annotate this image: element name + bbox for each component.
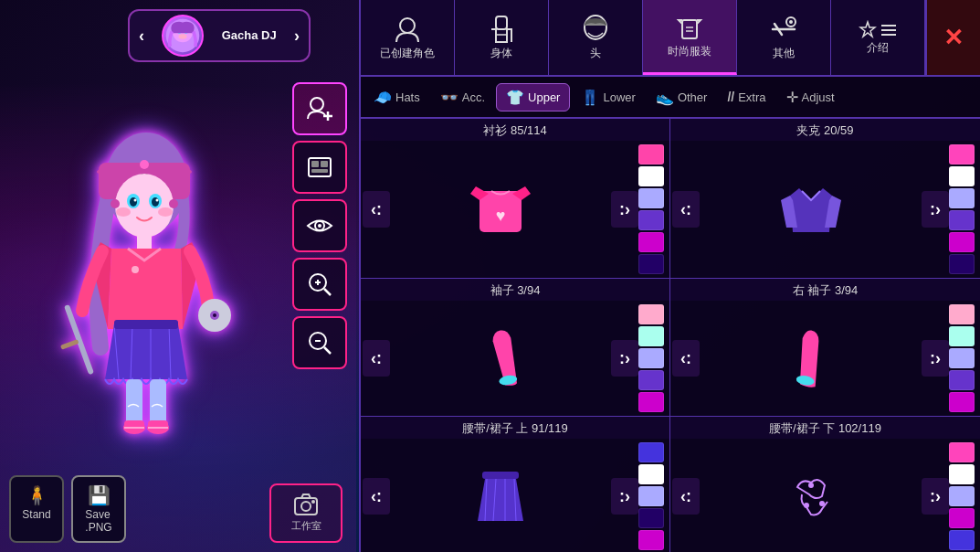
tab-created-character[interactable]: 已创建角色 [361,0,455,75]
pants-icon: 👖 [581,89,599,106]
sub-tab-acc[interactable]: 👓 Acc. [431,84,494,111]
color-swatch[interactable] [949,348,975,368]
color-swatch[interactable] [638,166,664,186]
prev-character-button[interactable]: ‹ [139,27,144,44]
color-swatch[interactable] [638,210,664,230]
color-swatch[interactable] [638,326,664,346]
gallery-button[interactable] [292,141,347,194]
prev-item-belt-lower[interactable]: ‹: [672,478,700,515]
color-swatches-shirt [638,144,668,274]
item-header-jacket: 夹克 20/59 [670,119,980,141]
color-swatch[interactable] [949,530,975,550]
color-swatch[interactable] [949,508,975,528]
shoe-icon: 👟 [656,89,674,106]
next-item-shirt[interactable]: :› [611,191,638,228]
color-swatch[interactable] [638,370,664,390]
color-swatch[interactable] [638,530,664,550]
color-swatch[interactable] [949,188,975,208]
character-avatar [162,15,204,57]
color-swatch[interactable] [949,442,975,462]
item-display-shirt: ♥ [390,173,611,246]
sub-tab-hats[interactable]: 🧢 Hats [364,84,429,111]
sub-tab-upper[interactable]: 👕 Upper [496,83,570,111]
color-swatch[interactable] [638,392,664,412]
color-swatch[interactable] [638,442,664,462]
item-display-sleeve-l [390,322,611,395]
svg-point-67 [789,20,793,24]
close-button[interactable]: ✕ [925,0,980,75]
sub-category-tabs: 🧢 Hats 👓 Acc. 👕 Upper 👖 Lower 👟 Other //… [361,77,980,119]
color-swatch[interactable] [949,464,975,484]
color-swatch[interactable] [638,464,664,484]
zoom-out-button[interactable] [292,316,347,369]
color-swatch[interactable] [949,166,975,186]
color-swatch[interactable] [949,326,975,346]
color-swatch[interactable] [638,144,664,165]
visibility-button[interactable] [292,199,347,252]
svg-point-11 [115,174,174,238]
hats-label: Hats [395,90,420,104]
item-header-belt-upper: 腰带/裙子 上 91/119 [361,417,669,439]
next-item-jacket[interactable]: :› [922,191,949,228]
next-item-sleeve-l[interactable]: :› [611,340,638,377]
color-swatch[interactable] [949,486,975,506]
sub-tab-lower[interactable]: 👖 Lower [572,84,644,111]
workroom-label: 工作室 [291,519,321,533]
svg-rect-43 [321,161,328,167]
tab-other[interactable]: 其他 [737,0,831,75]
prev-item-jacket[interactable]: ‹: [672,191,700,228]
sub-tab-other[interactable]: 👟 Other [647,84,717,111]
color-swatch[interactable] [638,188,664,208]
color-swatch[interactable] [638,486,664,506]
next-item-belt-upper[interactable]: :› [611,478,638,515]
svg-point-8 [140,160,149,169]
tab-body[interactable]: 身体 [455,0,549,75]
color-swatch[interactable] [638,232,664,252]
color-swatch[interactable] [949,144,975,165]
color-swatch[interactable] [949,370,975,390]
stand-button[interactable]: 🧍 Stand [9,475,64,543]
svg-point-38 [311,98,323,111]
tab-head[interactable]: 头 [549,0,643,75]
item-section-sleeve-l: 袖子 3/94 ‹: :› [361,279,670,417]
sub-tab-extra[interactable]: // Extra [718,85,775,109]
color-swatch[interactable] [638,254,664,274]
next-item-sleeve-r[interactable]: :› [922,340,949,377]
hat-icon: 🧢 [374,89,392,106]
color-swatch[interactable] [638,348,664,368]
svg-point-19 [158,207,173,217]
prev-item-sleeve-r[interactable]: ‹: [672,340,700,377]
color-swatch[interactable] [949,304,975,324]
color-swatch[interactable] [949,254,975,274]
prev-item-belt-upper[interactable]: ‹: [363,478,390,515]
sub-tab-adjust[interactable]: ✛ Adjust [777,84,844,111]
next-item-belt-lower[interactable]: :› [922,478,949,515]
zoom-in-button[interactable] [292,258,347,311]
color-swatch[interactable] [638,508,664,528]
color-swatches-jacket [949,144,978,274]
color-swatch[interactable] [949,210,975,230]
tab-intro[interactable]: 介绍 [831,0,925,75]
save-png-button[interactable]: 💾 Save.PNG [71,475,126,543]
tab-fashion[interactable]: 时尚服装 [643,0,737,75]
add-character-button[interactable] [292,82,347,135]
next-character-button[interactable]: › [294,27,300,44]
stand-label: Stand [22,508,50,521]
stand-icon: 🧍 [26,484,48,506]
color-swatch[interactable] [949,232,975,252]
item-body-shirt: ‹: ♥ :› [361,141,669,278]
item-section-belt-upper: 腰带/裙子 上 91/119 ‹: :› [361,417,670,552]
color-swatches-belt-lower [949,442,978,550]
item-header-shirt: 衬衫 85/114 [361,119,669,141]
prev-item-sleeve-l[interactable]: ‹: [363,340,390,377]
svg-marker-68 [860,22,875,37]
svg-point-18 [116,207,131,217]
color-swatch[interactable] [638,304,664,324]
workroom-button[interactable]: 工作室 [269,483,342,543]
svg-rect-58 [496,16,507,29]
color-swatch[interactable] [949,392,975,412]
head-icon [581,15,610,44]
svg-point-36 [111,199,120,208]
svg-line-50 [324,289,331,295]
prev-item-shirt[interactable]: ‹: [363,191,390,228]
